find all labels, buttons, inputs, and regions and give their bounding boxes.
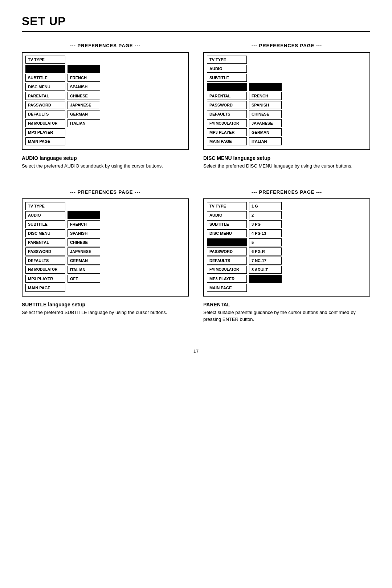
- table-row: SUBTITLE FRENCH: [25, 74, 185, 82]
- rating-6pgr: 6 PG-R: [249, 247, 282, 255]
- table-row: DISC MENU SPANISH: [25, 229, 185, 237]
- subtitle-label: SUBTITLE: [207, 220, 247, 228]
- audio-desc-title: AUDIO language setup: [22, 155, 189, 161]
- tv-type-label: TV TYPE: [207, 56, 247, 64]
- table-row: MP3 PLAYER: [25, 128, 185, 136]
- password-label: PASSWORD: [25, 101, 65, 109]
- parental-desc-title: PARENTAL: [203, 302, 370, 307]
- table-row: TV TYPE: [207, 56, 367, 64]
- tv-type-label: TV TYPE: [25, 202, 65, 210]
- japanese-label: JAPANESE: [68, 247, 100, 255]
- german-label: GERMAN: [68, 110, 100, 118]
- table-row: FM MODULATOR ITALIAN: [25, 119, 185, 127]
- table-row: AUDIO: [25, 211, 185, 219]
- defaults-label: DEFAULTS: [207, 110, 247, 118]
- audio-desc: AUDIO language setup Select the preferre…: [22, 155, 189, 170]
- fm-modulator-label: FM MODULATOR: [207, 119, 247, 127]
- table-row: PARENTAL CHINESE: [25, 92, 185, 100]
- spanish-label: SPANISH: [68, 83, 100, 91]
- spanish-label: SPANISH: [68, 229, 100, 237]
- parental-desc-text: Select suitable parental guidance by the…: [203, 309, 370, 323]
- black-cell-left: [207, 238, 247, 246]
- table-row: SUBTITLE FRENCH: [25, 220, 185, 228]
- rating-1g: 1 G: [249, 202, 282, 210]
- subtitle-label: SUBTITLE: [207, 74, 247, 82]
- table-row: TV TYPE: [25, 56, 185, 64]
- subtitle-label: SUBTITLE: [25, 74, 65, 82]
- rating-4pg13: 4 PG 13: [249, 229, 282, 237]
- disc-menu-desc-title: DISC MENU language setup: [203, 155, 370, 161]
- black-cell-right: [68, 211, 100, 219]
- bottom-left-pref-label: --- PREFERENCES PAGE ---: [22, 189, 189, 195]
- table-row: FM MODULATOR JAPANESE: [207, 119, 367, 127]
- french-label: FRENCH: [249, 92, 282, 100]
- black-cell-right: [249, 275, 282, 283]
- italian-label: ITALIAN: [68, 266, 100, 274]
- disc-menu-label: DISC MENU: [25, 83, 65, 91]
- fm-modulator-label: FM MODULATOR: [207, 266, 247, 274]
- parental-label: PARENTAL: [207, 92, 247, 100]
- table-row: MAIN PAGE: [25, 284, 185, 292]
- black-cell-right: [68, 65, 100, 73]
- main-page-label: MAIN PAGE: [25, 284, 65, 292]
- tv-type-label: TV TYPE: [207, 202, 247, 210]
- chinese-label: CHINESE: [68, 238, 100, 246]
- defaults-label: DEFAULTS: [207, 257, 247, 265]
- bottom-section: --- PREFERENCES PAGE --- TV TYPE AUDIO S…: [22, 189, 370, 334]
- rating-7nc17: 7 NC-17: [249, 257, 282, 265]
- table-row: PASSWORD JAPANESE: [25, 247, 185, 255]
- main-page-label: MAIN PAGE: [25, 137, 65, 145]
- subtitle-label: SUBTITLE: [25, 220, 65, 228]
- table-row: DEFAULTS CHINESE: [207, 110, 367, 118]
- password-label: PASSWORD: [207, 247, 247, 255]
- top-section: --- PREFERENCES PAGE --- TV TYPE SUBTITL…: [22, 43, 370, 181]
- table-row: PASSWORD JAPANESE: [25, 101, 185, 109]
- disc-menu-desc-text: Select the preferred DISC MENU language …: [203, 162, 370, 170]
- table-row: SUBTITLE 3 PG: [207, 220, 367, 228]
- spanish-label: SPANISH: [249, 101, 282, 109]
- black-cell-left: [25, 65, 65, 73]
- table-row: [25, 65, 185, 73]
- top-left-pref-label: --- PREFERENCES PAGE ---: [22, 43, 189, 48]
- main-page-label: MAIN PAGE: [207, 284, 247, 292]
- table-row: PASSWORD 6 PG-R: [207, 247, 367, 255]
- table-row: MAIN PAGE: [25, 137, 185, 145]
- chinese-label: CHINESE: [68, 92, 100, 100]
- black-cell-right: [249, 83, 282, 91]
- table-row: 5: [207, 238, 367, 246]
- table-row: FM MODULATOR ITALIAN: [25, 266, 185, 274]
- black-cell-left: [207, 83, 247, 91]
- table-row: DISC MENU SPANISH: [25, 83, 185, 91]
- bottom-right-pref-label: --- PREFERENCES PAGE ---: [203, 189, 370, 195]
- table-row: PARENTAL CHINESE: [25, 238, 185, 246]
- table-row: MP3 PLAYER OFF: [25, 275, 185, 283]
- top-left-col: --- PREFERENCES PAGE --- TV TYPE SUBTITL…: [22, 43, 189, 181]
- top-right-col: --- PREFERENCES PAGE --- TV TYPE AUDIO S…: [203, 43, 370, 181]
- table-row: MP3 PLAYER: [207, 275, 367, 283]
- mp3-player-label: MP3 PLAYER: [25, 128, 65, 136]
- mp3-player-label: MP3 PLAYER: [207, 128, 247, 136]
- main-page-label: MAIN PAGE: [207, 137, 247, 145]
- top-left-pref-box: TV TYPE SUBTITLE FRENCH DISC MENU SPANIS…: [22, 52, 189, 150]
- disc-menu-label: DISC MENU: [25, 229, 65, 237]
- defaults-label: DEFAULTS: [25, 110, 65, 118]
- italian-label: ITALIAN: [249, 137, 282, 145]
- table-row: AUDIO: [207, 65, 367, 73]
- bottom-right-col: --- PREFERENCES PAGE --- TV TYPE 1 G AUD…: [203, 189, 370, 334]
- parental-label: PARENTAL: [25, 92, 65, 100]
- table-row: FM MODULATOR 8 ADULT: [207, 266, 367, 274]
- page-number: 17: [22, 349, 370, 354]
- parental-desc: PARENTAL Select suitable parental guidan…: [203, 302, 370, 323]
- table-row: AUDIO 2: [207, 211, 367, 219]
- audio-label: AUDIO: [25, 211, 65, 219]
- disc-menu-desc: DISC MENU language setup Select the pref…: [203, 155, 370, 170]
- table-row: PARENTAL FRENCH: [207, 92, 367, 100]
- password-label: PASSWORD: [25, 247, 65, 255]
- audio-label: AUDIO: [207, 211, 247, 219]
- audio-label: AUDIO: [207, 65, 247, 73]
- table-row: PASSWORD SPANISH: [207, 101, 367, 109]
- italian-label: ITALIAN: [68, 119, 100, 127]
- parental-label: PARENTAL: [25, 238, 65, 246]
- table-row: MAIN PAGE: [207, 284, 367, 292]
- subtitle-desc-text: Select the preferred SUBTITLE language b…: [22, 309, 189, 316]
